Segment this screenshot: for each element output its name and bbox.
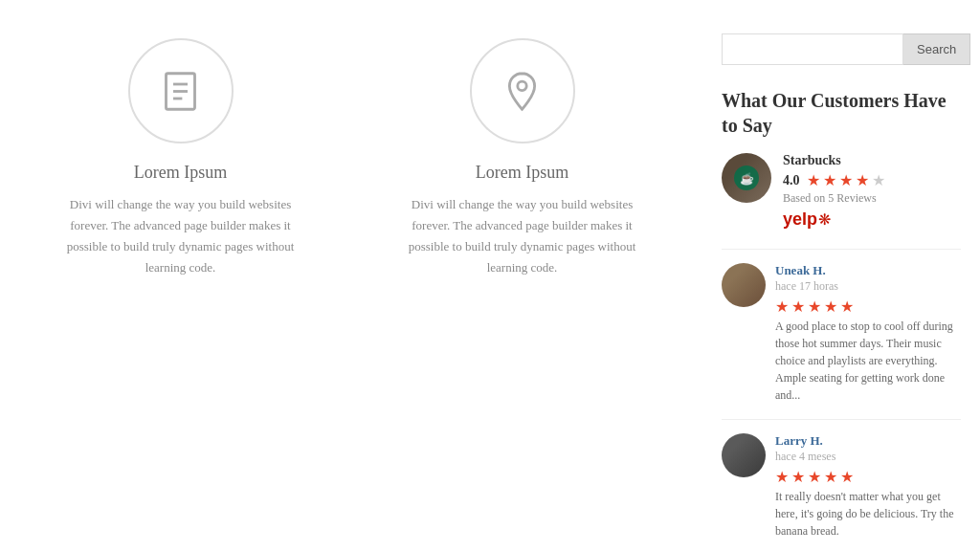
reviews-section-title: What Our Customers Have to Say	[722, 88, 961, 138]
svg-text:☕: ☕	[740, 171, 754, 186]
reviewer-1-avatar	[722, 263, 766, 307]
features-section: Lorem Ipsum Divi will change the way you…	[0, 19, 702, 551]
reviewer-2-name: Larry H.	[775, 433, 961, 449]
feature-2-desc: Divi will change the way you build websi…	[408, 194, 637, 278]
search-button[interactable]: Search	[903, 33, 970, 65]
feature-2-title: Lorem Ipsum	[476, 163, 568, 183]
yelp-burst-icon: ❋	[818, 210, 831, 229]
business-block: ☕ Starbucks 4.0 ★ ★ ★ ★ ★ Based on 5 Rev…	[722, 153, 961, 230]
star-5-empty: ★	[872, 171, 885, 189]
reviewer-2-avatar	[722, 433, 766, 477]
yelp-logo: yelp ❋	[783, 209, 961, 230]
sidebar: Search What Our Customers Have to Say ☕ …	[702, 19, 980, 551]
document-icon-circle	[128, 38, 234, 143]
reviewer-1-text: A good place to stop to cool off during …	[775, 318, 961, 404]
search-input[interactable]	[722, 33, 903, 65]
reviewer-2-text: It really doesn't matter what you get he…	[775, 488, 961, 540]
business-name: Starbucks	[783, 153, 961, 168]
reviewer-1-info: Uneak H. hace 17 horas ★ ★ ★ ★ ★ A good …	[775, 263, 961, 404]
star-2: ★	[823, 171, 836, 189]
business-info: Starbucks 4.0 ★ ★ ★ ★ ★ Based on 5 Revie…	[783, 153, 961, 230]
rating-stars-row: 4.0 ★ ★ ★ ★ ★	[783, 171, 961, 189]
starbucks-icon: ☕	[732, 164, 761, 192]
search-bar: Search	[722, 33, 961, 65]
reviewer-1-name: Uneak H.	[775, 263, 961, 278]
based-on-text: Based on 5 Reviews	[783, 191, 961, 206]
location-icon	[501, 70, 544, 113]
document-icon	[159, 70, 202, 113]
location-icon-circle	[470, 38, 575, 143]
feature-1-title: Lorem Ipsum	[134, 163, 227, 183]
reviewer-block-2: Larry H. hace 4 meses ★ ★ ★ ★ ★ It reall…	[722, 433, 961, 540]
reviewer-2-info: Larry H. hace 4 meses ★ ★ ★ ★ ★ It reall…	[775, 433, 961, 540]
feature-item-1: Lorem Ipsum Divi will change the way you…	[19, 29, 342, 551]
yelp-wordmark: yelp	[783, 209, 817, 230]
divider-1	[722, 249, 961, 250]
reviewer-1-stars: ★ ★ ★ ★ ★	[775, 298, 961, 316]
svg-point-4	[518, 81, 526, 90]
star-4: ★	[856, 171, 869, 189]
starbucks-avatar: ☕	[722, 153, 771, 203]
star-3: ★	[839, 171, 853, 189]
reviewer-block-1: Uneak H. hace 17 horas ★ ★ ★ ★ ★ A good …	[722, 263, 961, 404]
reviewer-1-time: hace 17 horas	[775, 279, 961, 294]
reviewer-2-time: hace 4 meses	[775, 450, 961, 464]
divider-2	[722, 419, 961, 420]
reviewer-2-stars: ★ ★ ★ ★ ★	[775, 468, 961, 486]
feature-1-desc: Divi will change the way you build websi…	[66, 194, 296, 278]
rating-number: 4.0	[783, 173, 800, 188]
feature-item-2: Lorem Ipsum Divi will change the way you…	[361, 29, 683, 551]
star-1: ★	[807, 171, 820, 189]
